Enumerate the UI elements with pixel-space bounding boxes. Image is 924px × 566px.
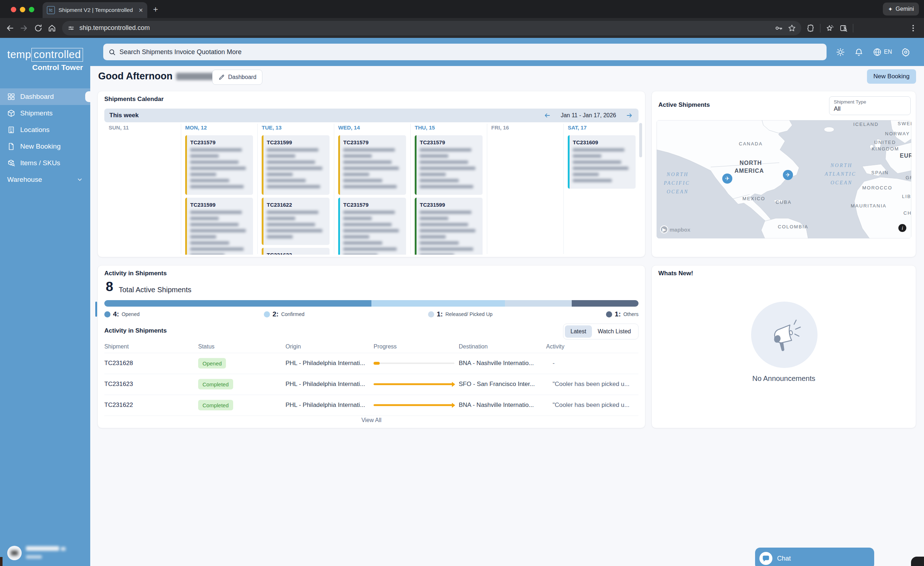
- calendar-event[interactable]: TC231579: [415, 135, 483, 195]
- window-zoom-button[interactable]: [29, 7, 34, 12]
- cell-shipment[interactable]: TC231623: [104, 380, 133, 388]
- redacted-line: [343, 154, 372, 158]
- redacted-line: [190, 148, 242, 151]
- site-settings-icon[interactable]: [67, 24, 75, 32]
- url-text[interactable]: ship.tempcontrolled.com: [80, 24, 770, 32]
- logo-prefix: temp: [7, 49, 31, 60]
- back-icon[interactable]: [5, 24, 14, 33]
- reload-icon[interactable]: [34, 24, 43, 33]
- calendar-day-headers: SUN, 11 MON, 12 TUE, 13 WED, 14 THU, 15 …: [104, 124, 639, 135]
- map-label: LIBY: [902, 194, 911, 199]
- sparkle-star-icon[interactable]: [825, 24, 834, 33]
- settings-gear-icon[interactable]: [901, 48, 910, 57]
- window-close-button[interactable]: [11, 7, 16, 12]
- table-row[interactable]: TC231628 Opened PHL - Philadelphia Inter…: [104, 353, 639, 374]
- chat-button[interactable]: Chat: [755, 548, 874, 566]
- legend-dot: [606, 311, 612, 317]
- language-selector[interactable]: EN: [873, 48, 892, 57]
- progress-bar: [374, 404, 454, 406]
- calendar-scrollbar[interactable]: [639, 123, 642, 157]
- redacted-line: [420, 235, 446, 238]
- user-profile[interactable]: [7, 546, 66, 560]
- map-label: SPAIN: [871, 170, 889, 175]
- calendar-event[interactable]: TC231579: [185, 135, 253, 195]
- browser-tab[interactable]: tc Shipment V2 | Tempcontrolled ×: [43, 2, 147, 18]
- map-info-icon[interactable]: i: [898, 224, 906, 232]
- table-row[interactable]: TC231623 Completed PHL - Philadelphia In…: [104, 374, 639, 395]
- shipments-map[interactable]: ICELAND SWED NORWAY CANADA UNITED KINGDO…: [657, 120, 911, 238]
- prev-week-arrow-icon[interactable]: [543, 111, 551, 120]
- tab-close-icon[interactable]: ×: [139, 6, 143, 14]
- next-week-arrow-icon[interactable]: [626, 111, 633, 120]
- tab-latest[interactable]: Latest: [565, 325, 592, 338]
- notifications-bell-icon[interactable]: [854, 48, 863, 57]
- calendar-event[interactable]: TC231599: [415, 198, 483, 255]
- edit-dashboard-button[interactable]: Dashboard: [212, 70, 262, 85]
- redacted-line: [420, 160, 468, 164]
- redacted-line: [190, 241, 229, 245]
- global-search-input[interactable]: Search Shipments Invoice Quotation More: [103, 43, 826, 60]
- map-label: ICELAND: [853, 121, 879, 127]
- calendar-event[interactable]: TC231622: [262, 198, 330, 245]
- shipments-calendar-card: Shipments Calendar This week Jan 11 - Ja…: [98, 91, 645, 257]
- shipment-id: TC231579: [343, 201, 402, 208]
- toolbar-divider: [820, 24, 820, 33]
- shipment-id: TC231599: [420, 201, 479, 208]
- sidebar-item-dashboard[interactable]: Dashboard: [0, 88, 90, 105]
- redacted-line: [343, 160, 392, 164]
- cell-shipment[interactable]: TC231622: [104, 401, 133, 409]
- announcement-illustration: [751, 302, 818, 368]
- day-column-sat: TC231609: [563, 135, 639, 192]
- progress-bar: [374, 362, 454, 364]
- shipment-id: TC231609: [573, 139, 632, 146]
- reading-mode-icon[interactable]: [839, 24, 848, 33]
- col-header-activity: Activity: [546, 343, 564, 350]
- calendar-event[interactable]: TC231599: [262, 135, 330, 195]
- password-key-icon[interactable]: [775, 24, 783, 33]
- plane-marker[interactable]: ✈: [783, 170, 793, 180]
- legend-label: Confirmed: [281, 311, 304, 317]
- cell-shipment[interactable]: TC231628: [104, 360, 133, 367]
- calendar-title: Shipments Calendar: [104, 96, 164, 103]
- bookmark-star-icon[interactable]: [788, 24, 796, 33]
- sidebar-item-new-booking[interactable]: New Booking: [0, 138, 90, 155]
- shipment-type-select[interactable]: Shipment Type All: [829, 96, 910, 115]
- legend-count: 4:: [113, 310, 119, 318]
- theme-toggle-button[interactable]: [836, 48, 845, 57]
- redacted-line: [573, 148, 624, 151]
- address-bar[interactable]: ship.tempcontrolled.com: [62, 21, 801, 35]
- calendar-event[interactable]: TC231609: [568, 135, 636, 189]
- tab-watch-listed[interactable]: Watch Listed: [592, 325, 637, 338]
- new-booking-button[interactable]: New Booking: [867, 69, 916, 84]
- calendar-event[interactable]: TC231599: [185, 198, 253, 255]
- day-header: SAT, 17: [568, 124, 586, 130]
- redacted-line: [190, 223, 238, 226]
- plane-marker[interactable]: ✈: [722, 174, 732, 184]
- sidebar-item-label: Locations: [20, 126, 50, 134]
- redacted-line: [190, 254, 225, 255]
- date-range: Jan 11 - Jan 17, 2026: [561, 112, 616, 119]
- new-tab-button[interactable]: +: [153, 4, 158, 14]
- window-minimize-button[interactable]: [20, 7, 25, 12]
- cell-origin: PHL - Philadelphia Internati...: [285, 380, 365, 388]
- sidebar-item-shipments[interactable]: Shipments: [0, 105, 90, 121]
- extensions-puzzle-icon[interactable]: [806, 24, 815, 33]
- redacted-line: [190, 167, 246, 170]
- calendar-event[interactable]: TC231623: [262, 248, 330, 255]
- sidebar-section-warehouse[interactable]: Warehouse: [0, 171, 90, 188]
- view-all-link[interactable]: View All: [98, 417, 645, 424]
- forward-icon[interactable]: [20, 24, 29, 33]
- home-icon[interactable]: [48, 24, 56, 33]
- map-label: CHA: [903, 210, 911, 216]
- building-icon: [7, 126, 15, 134]
- day-header: WED, 14: [338, 124, 360, 130]
- calendar-event[interactable]: TC231579: [338, 135, 406, 195]
- gemini-button[interactable]: ✦ Gemini: [883, 3, 919, 15]
- map-label: KINGDOM: [872, 146, 899, 151]
- browser-menu-icon[interactable]: [909, 24, 918, 33]
- table-row[interactable]: TC231622 Completed PHL - Philadelphia In…: [104, 395, 639, 416]
- sidebar-item-locations[interactable]: Locations: [0, 121, 90, 138]
- map-label: GR: [906, 175, 911, 180]
- calendar-event[interactable]: TC231579: [338, 198, 406, 255]
- sidebar-item-items-skus[interactable]: Items / SKUs: [0, 155, 90, 171]
